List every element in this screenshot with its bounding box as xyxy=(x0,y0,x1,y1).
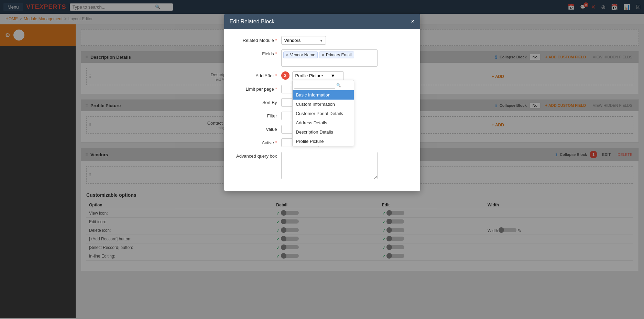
sort-by-label: Sort By xyxy=(232,98,277,105)
field-tag-label2: Primary Email xyxy=(326,53,352,57)
fields-label: Fields * xyxy=(232,49,277,56)
dropdown-item-basic-info[interactable]: Basic Information xyxy=(293,90,354,100)
dropdown-item-profile-picture[interactable]: Profile Picture xyxy=(293,137,354,146)
advanced-query-label: Advanced query box xyxy=(232,152,277,159)
modal-title: Edit Related Block xyxy=(230,19,275,25)
modal-body: Related Module * Vendors ▼ Fields * ✕ xyxy=(224,29,420,191)
dropdown-search-input[interactable] xyxy=(294,82,335,89)
edit-related-block-modal: Edit Related Block × Related Module * Ve… xyxy=(224,14,420,191)
filter-label: Filter xyxy=(232,112,277,118)
modal-header: Edit Related Block × xyxy=(224,14,420,29)
dropdown-item-customer-portal[interactable]: Customer Portal Details xyxy=(293,109,354,118)
dropdown-search-icon: 🔍 xyxy=(336,83,341,88)
active-label: Active * xyxy=(232,138,277,145)
related-module-select-wrapper: Vendors ▼ xyxy=(281,36,326,45)
fields-container[interactable]: ✕ Vendor Name ✕ Primary Email xyxy=(281,49,378,67)
field-tag-primary-email: ✕ Primary Email xyxy=(319,52,354,58)
dropdown-item-description-details[interactable]: Description Details xyxy=(293,127,354,137)
dropdown-item-address-details[interactable]: Address Details xyxy=(293,118,354,127)
step2-badge: 2 xyxy=(281,71,290,80)
dropdown-search: 🔍 xyxy=(293,80,354,90)
add-after-select-wrapper: Profile Picture ▼ xyxy=(292,71,344,80)
value-label: Value xyxy=(232,125,277,132)
related-module-row: Related Module * Vendors ▼ xyxy=(232,36,412,45)
add-after-dropdown-list: 🔍 Basic Information Custom Information C… xyxy=(292,80,354,146)
add-after-select-button[interactable]: Profile Picture ▼ xyxy=(292,71,344,80)
field-tag-vendor-name: ✕ Vendor Name xyxy=(283,52,318,58)
advanced-query-row: Advanced query box xyxy=(232,152,412,179)
add-after-arrow: ▼ xyxy=(331,73,335,78)
dropdown-item-custom-info[interactable]: Custom Information xyxy=(293,100,354,109)
remove-primary-email[interactable]: ✕ xyxy=(321,53,325,57)
add-after-value: Profile Picture xyxy=(295,73,323,78)
related-module-label: Related Module * xyxy=(232,36,277,43)
modal-close-button[interactable]: × xyxy=(411,18,415,25)
advanced-query-textarea[interactable] xyxy=(281,152,378,179)
field-tag-label: Vendor Name xyxy=(290,53,315,57)
modal-overlay[interactable]: Edit Related Block × Related Module * Ve… xyxy=(0,0,644,318)
add-after-control-group: 2 Profile Picture ▼ 🔍 xyxy=(281,71,344,80)
limit-per-page-label: Limit per page * xyxy=(232,85,277,92)
fields-row: Fields * ✕ Vendor Name ✕ Primary Email xyxy=(232,49,412,67)
add-after-label: Add After * xyxy=(232,71,277,78)
add-after-row: Add After * 2 Profile Picture ▼ xyxy=(232,71,412,80)
remove-vendor-name[interactable]: ✕ xyxy=(286,53,289,57)
related-module-select[interactable]: Vendors xyxy=(281,36,326,45)
add-after-dropdown-wrapper: Profile Picture ▼ 🔍 Basic Information xyxy=(292,71,344,80)
